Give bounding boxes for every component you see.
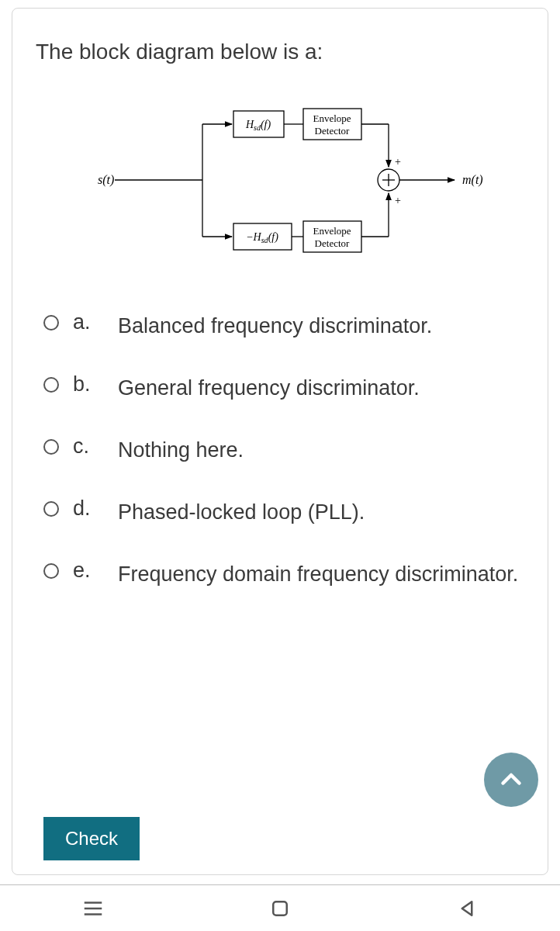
recent-apps-button[interactable] (81, 897, 105, 920)
option-letter: d. (73, 497, 104, 521)
diagram-output-label: m(t) (462, 173, 483, 187)
plus-bottom: + (395, 195, 401, 206)
option-text: General frequency discriminator. (118, 372, 420, 405)
option-c[interactable]: c. Nothing here. (43, 434, 524, 467)
radio-icon[interactable] (43, 563, 59, 579)
question-text: The block diagram below is a: (36, 38, 524, 66)
option-letter: e. (73, 559, 104, 583)
plus-top: + (395, 156, 401, 168)
home-button[interactable] (268, 897, 292, 920)
radio-icon[interactable] (43, 501, 59, 517)
check-button[interactable]: Check (43, 817, 140, 860)
options-list: a. Balanced frequency discriminator. b. … (43, 310, 524, 590)
envelope-bot-1: Envelope (313, 225, 351, 237)
svg-rect-22 (273, 902, 287, 915)
option-text: Balanced frequency discriminator. (118, 310, 432, 343)
option-text: Phased-locked loop (PLL). (118, 497, 365, 529)
radio-icon[interactable] (43, 377, 59, 393)
option-e[interactable]: e. Frequency domain frequency discrimina… (43, 559, 524, 591)
diagram-svg: s(t) Hsd(f) −Hsd(f) Envelope Detector (67, 89, 501, 272)
option-letter: a. (73, 310, 104, 334)
square-icon (268, 897, 292, 920)
scroll-to-top-button[interactable] (484, 753, 538, 807)
option-d[interactable]: d. Phased-locked loop (PLL). (43, 497, 524, 529)
option-text: Nothing here. (118, 434, 244, 467)
option-letter: b. (73, 372, 104, 396)
option-text: Frequency domain frequency discriminator… (118, 559, 518, 591)
envelope-top-2: Detector (315, 125, 350, 137)
chevron-up-icon (497, 766, 525, 794)
option-b[interactable]: b. General frequency discriminator. (43, 372, 524, 405)
option-a[interactable]: a. Balanced frequency discriminator. (43, 310, 524, 343)
radio-icon[interactable] (43, 315, 59, 331)
menu-icon (81, 897, 105, 920)
block-diagram: s(t) Hsd(f) −Hsd(f) Envelope Detector (67, 89, 501, 272)
envelope-bot-2: Detector (315, 237, 350, 249)
option-letter: c. (73, 434, 104, 459)
back-triangle-icon (455, 897, 479, 920)
envelope-top-1: Envelope (313, 112, 351, 124)
diagram-input-label: s(t) (98, 173, 114, 187)
back-button[interactable] (455, 897, 479, 920)
question-card: The block diagram below is a: s(t) Hsd(f… (12, 8, 548, 875)
android-navbar (0, 884, 560, 931)
radio-icon[interactable] (43, 439, 59, 455)
